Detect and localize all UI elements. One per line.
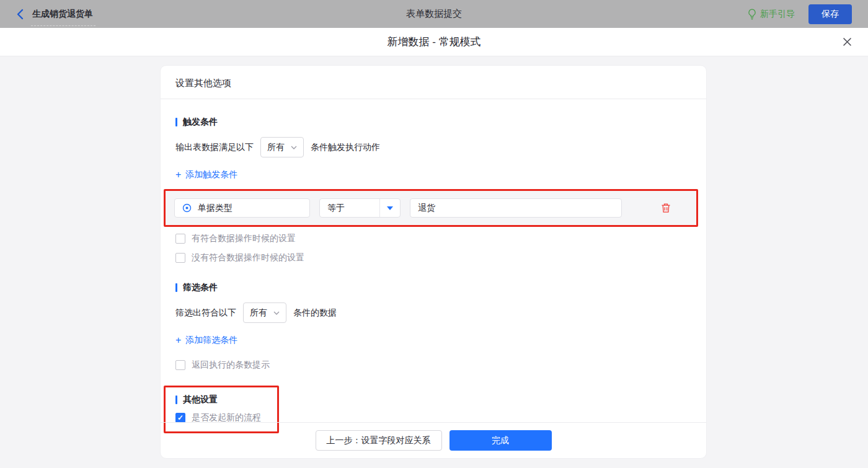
triangle-down-icon — [387, 206, 393, 210]
other-settings-title: 其他设置 — [175, 394, 270, 405]
add-trigger-condition-link[interactable]: + 添加触发条件 — [175, 169, 237, 180]
trigger-match-type-select[interactable]: 所有 — [260, 137, 304, 157]
top-bar: 生成销货退货单 表单数据提交 新手引导 保存 — [0, 0, 868, 28]
checkbox-checked: ✓ — [175, 413, 185, 423]
trash-icon — [661, 203, 671, 213]
trigger-condition-row: 单据类型 等于 退货 — [166, 191, 696, 225]
add-filter-condition-link[interactable]: + 添加筛选条件 — [175, 335, 237, 346]
section-marker — [175, 283, 177, 292]
dialog-title: 新增数据 - 常规模式 — [387, 35, 480, 49]
trigger-condition-sentence: 输出表数据满足以下 所有 条件触发执行动作 — [175, 137, 691, 157]
back-chevron-icon — [16, 9, 24, 20]
radio-field-icon — [182, 203, 192, 213]
page-title: 表单数据提交 — [0, 8, 868, 20]
filter-condition-prefix: 筛选出符合以下 — [175, 307, 236, 319]
condition-value-input[interactable]: 退货 — [410, 198, 622, 218]
checkbox-unchecked — [175, 234, 185, 244]
plus-icon: + — [175, 170, 181, 180]
back-label: 生成销货退货单 — [32, 9, 93, 20]
trigger-condition-suffix: 条件触发执行动作 — [311, 142, 380, 153]
save-button[interactable]: 保存 — [808, 4, 852, 24]
guide-label: 新手引导 — [760, 9, 795, 20]
checkbox-return-count-hint[interactable]: 返回执行的条数提示 — [175, 360, 270, 371]
dialog-body: 设置其他选项 触发条件 输出表数据满足以下 所有 条件触发执行动作 + 添加 — [0, 56, 868, 468]
filter-match-type-select[interactable]: 所有 — [243, 302, 286, 323]
done-button[interactable]: 完成 — [450, 430, 552, 451]
plus-icon: + — [175, 335, 181, 345]
filter-section-title: 筛选条件 — [175, 282, 691, 293]
checkbox-no-match-setting[interactable]: 没有符合数据操作时候的设置 — [175, 252, 304, 263]
settings-panel: 设置其他选项 触发条件 输出表数据满足以下 所有 条件触发执行动作 + 添加 — [160, 65, 707, 459]
lightbulb-icon — [748, 9, 756, 20]
filter-condition-sentence: 筛选出符合以下 所有 条件的数据 — [175, 302, 691, 323]
dialog-header: 新增数据 - 常规模式 — [0, 28, 868, 56]
panel-footer: 上一步：设置字段对应关系 完成 — [161, 422, 706, 458]
checkbox-unchecked — [175, 360, 185, 370]
beginner-guide-button[interactable]: 新手引导 — [748, 9, 795, 20]
condition-field-select[interactable]: 单据类型 — [174, 198, 310, 218]
checkbox-has-match-setting[interactable]: 有符合数据操作时候的设置 — [175, 233, 296, 244]
trigger-condition-highlight-box: 单据类型 等于 退货 — [164, 189, 698, 227]
filter-condition-suffix: 条件的数据 — [293, 307, 337, 319]
chevron-down-icon — [291, 146, 297, 149]
section-marker — [175, 118, 177, 126]
close-icon[interactable] — [843, 37, 852, 46]
delete-condition-button[interactable] — [661, 203, 671, 213]
chevron-down-icon — [273, 311, 280, 315]
trigger-section-title: 触发条件 — [175, 117, 691, 128]
prev-step-button[interactable]: 上一步：设置字段对应关系 — [316, 430, 442, 451]
dropdown-arrow — [379, 199, 400, 217]
panel-header: 设置其他选项 — [161, 66, 706, 99]
condition-operator-select[interactable]: 等于 — [319, 198, 401, 218]
back-button[interactable]: 生成销货退货单 — [16, 9, 93, 20]
section-marker — [175, 395, 177, 404]
trigger-condition-prefix: 输出表数据满足以下 — [175, 142, 254, 153]
checkbox-unchecked — [175, 253, 185, 263]
